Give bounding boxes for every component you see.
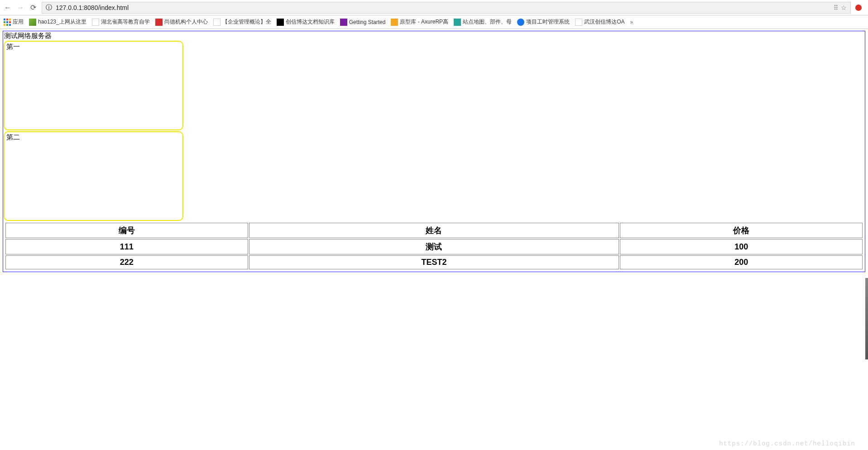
- bookmark-item[interactable]: 项目工时管理系统: [517, 18, 570, 26]
- bookmark-label: 湖北省高等教育自学: [101, 18, 150, 26]
- favicon-icon: [517, 19, 524, 26]
- apps-label: 应用: [13, 18, 24, 26]
- table-cell: 100: [620, 239, 863, 254]
- extension-icon[interactable]: [855, 5, 862, 11]
- table-cell: 111: [5, 239, 248, 254]
- bookmark-item[interactable]: 站点地图、部件、母: [454, 18, 512, 26]
- page-viewport: 测试网络服务器 第一 第二 编号姓名价格 111测试100222TEST2200: [0, 29, 868, 274]
- bookmark-label: 站点地图、部件、母: [463, 18, 512, 26]
- bookmark-item[interactable]: 创信博达文档知识库: [277, 18, 335, 26]
- bookmark-item[interactable]: 湖北省高等教育自学: [92, 18, 150, 26]
- bookmark-item[interactable]: Getting Started: [340, 19, 386, 26]
- table-cell: 222: [5, 255, 248, 269]
- table-header-cell: 编号: [5, 223, 248, 238]
- star-icon[interactable]: ☆: [841, 4, 847, 11]
- bookmark-label: 【企业管理概论】全: [222, 18, 271, 26]
- favicon-icon: [92, 19, 99, 26]
- favicon-icon: [213, 19, 221, 26]
- url-input[interactable]: [55, 4, 831, 12]
- bookmark-label: hao123_上网从这里: [38, 18, 86, 26]
- box-first: 第一: [4, 41, 183, 130]
- back-icon[interactable]: ←: [4, 4, 12, 12]
- favicon-icon: [391, 19, 398, 26]
- bookmarks-bar: 应用 hao123_上网从这里湖北省高等教育自学尚德机构个人中心【企业管理概论】…: [0, 15, 868, 29]
- page-title: 测试网络服务器: [3, 32, 865, 40]
- reload-icon[interactable]: ⟳: [29, 4, 37, 12]
- bookmark-item[interactable]: 武汉创信博达OA: [575, 18, 624, 26]
- bookmark-item[interactable]: hao123_上网从这里: [29, 18, 86, 26]
- bookmark-label: 尚德机构个人中心: [164, 18, 208, 26]
- bookmark-item[interactable]: 尚德机构个人中心: [155, 18, 208, 26]
- favicon-icon: [575, 19, 582, 26]
- table-header-cell: 价格: [620, 223, 863, 238]
- table-row: 222TEST2200: [5, 255, 863, 269]
- favicon-icon: [340, 19, 347, 26]
- table-header-cell: 姓名: [249, 223, 619, 238]
- bookmark-label: 原型库 - AxureRP高: [400, 18, 448, 26]
- bookmark-label: Getting Started: [349, 19, 386, 25]
- apps-icon: [4, 19, 11, 26]
- table-cell: TEST2: [249, 255, 619, 269]
- favicon-icon: [155, 19, 163, 26]
- bookmark-item[interactable]: 原型库 - AxureRP高: [391, 18, 448, 26]
- bookmark-label: 创信博达文档知识库: [286, 18, 335, 26]
- translate-icon[interactable]: ⠿: [834, 4, 838, 11]
- bookmark-label: 武汉创信博达OA: [584, 18, 624, 26]
- omnibox[interactable]: ⓘ ⠿ ☆: [42, 2, 851, 14]
- table-cell: 200: [620, 255, 863, 269]
- address-bar: ← → ⟳ ⓘ ⠿ ☆: [0, 0, 868, 15]
- bookmarks-overflow-icon[interactable]: »: [630, 19, 633, 25]
- favicon-icon: [454, 19, 461, 26]
- favicon-icon: [29, 19, 36, 26]
- data-table: 编号姓名价格 111测试100222TEST2200: [5, 222, 863, 270]
- bookmark-item[interactable]: 【企业管理概论】全: [213, 18, 271, 26]
- forward-icon[interactable]: →: [16, 4, 24, 12]
- table-row: 111测试100: [5, 239, 863, 254]
- site-info-icon[interactable]: ⓘ: [46, 4, 52, 12]
- table-cell: 测试: [249, 239, 619, 254]
- favicon-icon: [277, 19, 284, 26]
- page-container: 测试网络服务器 第一 第二 编号姓名价格 111测试100222TEST2200: [3, 31, 865, 272]
- table-header-row: 编号姓名价格: [5, 223, 863, 238]
- apps-button[interactable]: 应用: [4, 18, 24, 26]
- bookmark-label: 项目工时管理系统: [526, 18, 570, 26]
- box-second: 第二: [4, 131, 183, 221]
